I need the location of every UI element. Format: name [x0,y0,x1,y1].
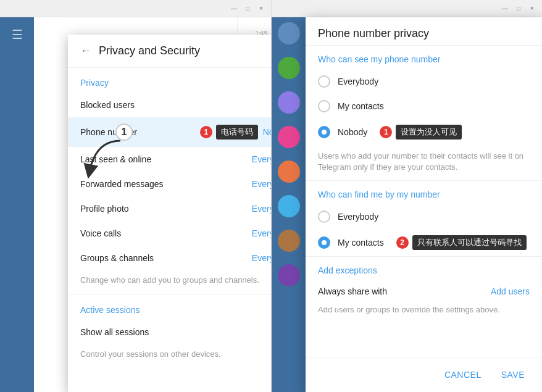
radio-contacts-find-circle [318,236,330,249]
radio-contacts-find-label: My contacts [338,238,384,248]
left-title-bar: — □ × [0,0,271,17]
radio-nobody-see-circle [318,126,330,138]
who-can-find-label: Who can find me by my number [306,181,542,204]
phone-number-value: Nobody [263,127,271,137]
close-btn-left[interactable]: × [256,4,266,14]
phone-number-label: Phone number [80,127,200,137]
radio-contacts-see-circle [318,100,330,112]
dialog-header: ← Privacy and Security × [68,35,271,68]
minimize-btn[interactable]: — [229,4,239,14]
radio-nobody-see[interactable]: Nobody 1 设置为没人可见 [306,119,542,146]
radio-everybody-see-circle [318,75,330,88]
dialog-title: Privacy and Security [99,44,271,57]
phone-dialog-header: Phone number privacy [306,17,542,46]
groups-channels-item[interactable]: Groups & channels Everybody [68,246,271,270]
radio-everybody-find-label: Everybody [338,212,378,222]
add-users-button[interactable]: Add users [491,286,530,296]
phone-number-item[interactable]: Phone number 1 电话号码 Nobody [68,117,271,147]
always-share-row: Always share with Add users [306,280,542,302]
dialog-body: Privacy Blocked users 2 Phone number 1 电… [68,68,271,392]
phone-see-info: Users who add your number to their conta… [306,146,542,180]
avatar-5 [278,161,300,183]
left-content: ☰ 1:49 5496 1:34 2 21:06 2 [0,17,271,392]
right-maximize-btn[interactable]: □ [514,4,523,14]
always-share-text: Always share with [318,286,491,296]
avatar-8 [278,264,300,286]
left-sidebar: ☰ [0,17,34,392]
phone-dialog-title: Phone number privacy [318,27,530,40]
phone-privacy-dialog: Phone number privacy Who can see my phon… [306,17,542,392]
show-all-sessions-label: Show all sessions [80,327,271,337]
privacy-section-desc: Change who can add you to groups and cha… [68,270,271,294]
radio-contacts-see-label: My contacts [338,101,384,111]
last-seen-value: Everybody [252,154,271,164]
show-all-sessions-item[interactable]: Show all sessions [68,320,271,344]
radio-everybody-find-circle [318,211,330,223]
right-sidebar [272,17,306,392]
avatar-6 [278,195,300,217]
chat-list-bg: 1:49 5496 1:34 2 21:06 2 20:57 17:30 [34,17,271,392]
right-title-bar: — □ × [272,0,542,17]
avatar-3 [278,91,300,114]
annotation-badge-1: 1 [200,126,212,138]
hamburger-icon[interactable]: ☰ [5,22,30,47]
voice-calls-label: Voice calls [80,228,252,238]
avatar-1 [278,22,300,44]
last-seen-label: Last seen & online [80,154,252,164]
avatar-4 [278,126,300,148]
forwarded-messages-item[interactable]: Forwarded messages Everybody [68,172,271,196]
who-can-see-label: Who can see my phone number [306,46,542,69]
profile-photo-value: Everybody [252,204,271,214]
right-minimize-btn[interactable]: — [500,4,510,14]
active-sessions-header: Active sessions [68,295,271,320]
annotation-badge-right-1: 1 [380,126,392,138]
radio-everybody-see-label: Everybody [338,77,378,86]
groups-channels-label: Groups & channels [80,253,252,263]
annotation-badge-right-2: 2 [396,236,409,249]
right-content: Phone number privacy Who can see my phon… [272,17,542,392]
radio-nobody-see-label: Nobody [338,127,367,137]
contacts-find-tooltip: 只有联系人可以通过号码寻找 [412,235,527,250]
privacy-section-header: Privacy [68,68,271,93]
privacy-security-dialog: ← Privacy and Security × Privacy Blocked… [68,35,271,392]
phone-tooltip: 电话号码 [216,125,258,140]
radio-contacts-find[interactable]: My contacts 2 只有联系人可以通过号码寻找 [306,229,542,256]
blocked-users-label: Blocked users [80,100,271,110]
phone-dialog-body: Who can see my phone number Everybody My… [306,46,542,357]
groups-channels-value: Everybody [252,253,271,263]
voice-calls-item[interactable]: Voice calls Everybody [68,221,271,246]
avatar-2 [278,57,300,79]
add-exceptions-label: Add exceptions [306,257,542,280]
right-close-btn[interactable]: × [527,4,537,14]
voice-calls-value: Everybody [252,228,271,238]
cancel-button[interactable]: CANCEL [440,367,486,382]
profile-photo-label: Profile photo [80,204,252,214]
active-sessions-desc: Control your sessions on other devices. [68,344,271,369]
exceptions-desc: Add users or groups to override the sett… [306,302,542,322]
forwarded-messages-label: Forwarded messages [80,179,252,189]
maximize-btn[interactable]: □ [243,4,252,14]
radio-contacts-see[interactable]: My contacts [306,94,542,119]
nobody-tooltip: 设置为没人可见 [396,125,462,140]
profile-photo-item[interactable]: Profile photo Everybody [68,196,271,221]
radio-everybody-see[interactable]: Everybody [306,69,542,94]
forwarded-messages-value: Everybody [252,179,271,189]
right-window: — □ × Phone number privacy [271,0,542,392]
last-seen-item[interactable]: Last seen & online Everybody [68,147,271,172]
save-button[interactable]: SAVE [496,367,530,382]
back-button[interactable]: ← [80,44,91,57]
dialog-footer: CANCEL SAVE [306,357,542,392]
avatar-7 [278,230,300,252]
blocked-users-item[interactable]: Blocked users 2 [68,93,271,117]
radio-everybody-find[interactable]: Everybody [306,204,542,229]
left-window: — □ × ☰ 1:49 5496 1:34 2 21:06 [0,0,271,392]
